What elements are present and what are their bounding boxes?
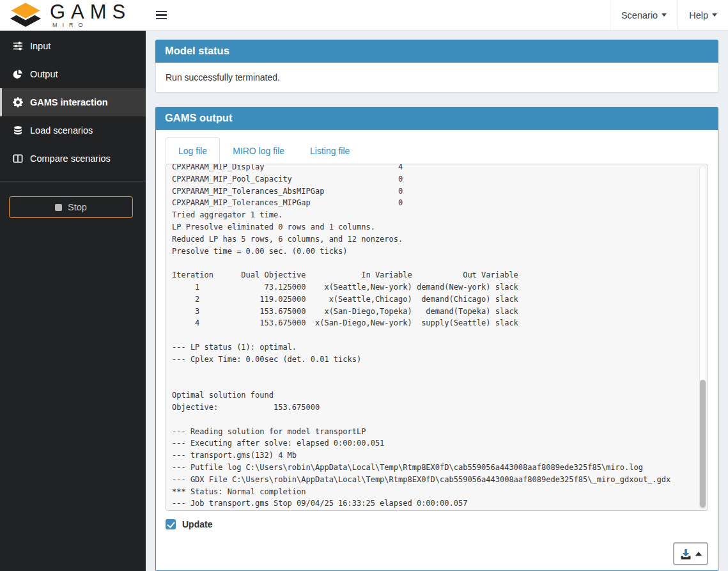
gams-logo-icon xyxy=(8,1,43,29)
model-status-title: Model status xyxy=(165,45,229,56)
model-status-message: Run successfully terminated. xyxy=(155,63,718,93)
log-scrollbar-thumb[interactable] xyxy=(700,380,706,508)
stop-icon xyxy=(55,204,62,211)
log-viewer[interactable]: CPXPARAM_MIP_Display 4 CPXPARAM_MIP_Pool… xyxy=(166,164,708,511)
help-menu[interactable]: Help xyxy=(678,0,728,31)
scenario-menu[interactable]: Scenario xyxy=(610,0,678,31)
update-row: Update xyxy=(166,518,708,531)
stop-button[interactable]: Stop xyxy=(9,196,133,218)
update-checkbox-label: Update xyxy=(182,519,212,529)
chevron-up-icon xyxy=(695,552,702,556)
top-navigation: Scenario Help xyxy=(610,0,728,31)
sidebar-toggle-button[interactable] xyxy=(156,4,178,26)
top-header: GAMS MIRO Scenario Help xyxy=(0,0,728,31)
sidebar-divider xyxy=(0,182,146,182)
hamburger-icon xyxy=(156,11,167,13)
sidebar-item-label: Load scenarios xyxy=(30,125,93,136)
log-clip: CPXPARAM_MIP_Display 4 CPXPARAM_MIP_Pool… xyxy=(166,164,697,510)
scenario-menu-label: Scenario xyxy=(621,10,658,20)
download-button[interactable] xyxy=(673,542,708,565)
chevron-down-icon xyxy=(712,13,717,17)
sidebar-item-load-scenarios[interactable]: Load scenarios xyxy=(0,116,146,145)
tab-listing-file[interactable]: Listing file xyxy=(297,137,362,164)
gams-output-panel: GAMS output Log file MIRO log file Listi… xyxy=(155,107,718,571)
columns-icon xyxy=(12,153,23,164)
model-status-panel: Model status Run successfully terminated… xyxy=(155,40,718,93)
sidebar: Input Output GAMS interaction xyxy=(0,31,146,571)
log-pre: CPXPARAM_MIP_Display 4 CPXPARAM_MIP_Pool… xyxy=(166,164,697,510)
output-tabs: Log file MIRO log file Listing file xyxy=(166,137,708,164)
app-logo[interactable]: GAMS MIRO xyxy=(0,0,146,31)
gear-icon xyxy=(12,97,23,107)
brand-text: GAMS MIRO xyxy=(50,2,131,28)
gams-output-body: Log file MIRO log file Listing file CPXP… xyxy=(155,130,718,571)
sidebar-item-output[interactable]: Output xyxy=(0,60,146,88)
main-content: Model status Run successfully terminated… xyxy=(146,31,728,571)
gams-output-header: GAMS output xyxy=(155,107,718,130)
update-checkbox[interactable] xyxy=(166,519,176,529)
pie-chart-icon xyxy=(12,69,23,79)
stop-button-label: Stop xyxy=(68,202,87,212)
tab-miro-log-file[interactable]: MIRO log file xyxy=(220,137,297,164)
brand-subname: MIRO xyxy=(50,22,131,28)
chevron-down-icon xyxy=(662,13,667,17)
sidebar-item-gams-interaction[interactable]: GAMS interaction xyxy=(0,88,146,116)
sidebar-item-label: GAMS interaction xyxy=(30,97,108,107)
database-icon xyxy=(12,125,23,136)
help-menu-label: Help xyxy=(689,10,708,20)
sidebar-item-compare-scenarios[interactable]: Compare scenarios xyxy=(0,145,146,173)
sidebar-item-label: Input xyxy=(30,41,50,51)
model-status-header: Model status xyxy=(155,40,718,63)
download-icon xyxy=(679,549,692,559)
gams-output-title: GAMS output xyxy=(165,112,232,123)
log-scrollbar-track[interactable] xyxy=(699,166,706,509)
sidebar-item-label: Compare scenarios xyxy=(30,153,111,164)
sliders-icon xyxy=(12,41,23,51)
download-row xyxy=(166,542,708,565)
sidebar-item-input[interactable]: Input xyxy=(0,32,146,60)
brand-name: GAMS xyxy=(50,2,131,22)
sidebar-item-label: Output xyxy=(30,69,58,79)
tab-log-file[interactable]: Log file xyxy=(166,137,220,164)
